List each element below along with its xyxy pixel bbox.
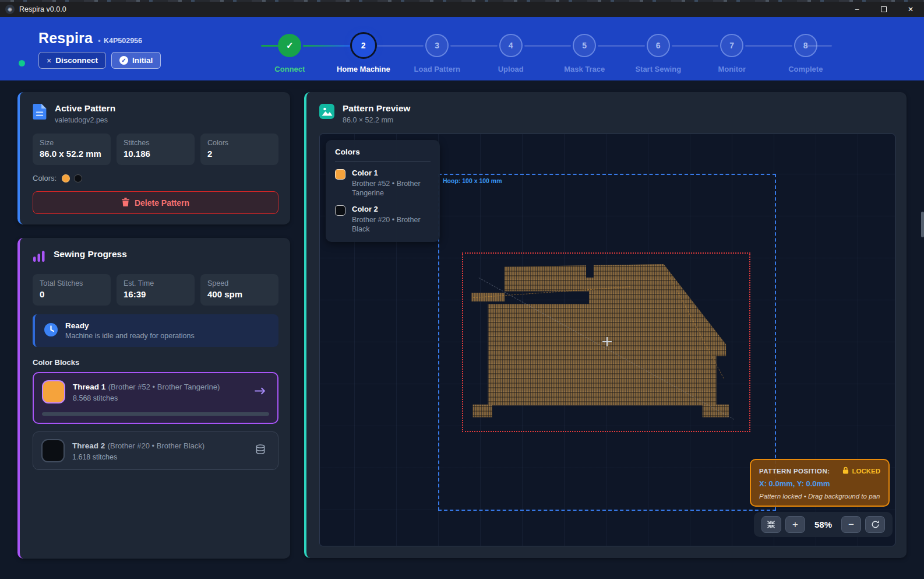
arrow-right-icon: [254, 387, 269, 398]
stepper-step-complete[interactable]: 8 Complete: [769, 34, 843, 73]
thread-progress-bar: [42, 412, 269, 416]
zoom-in-button[interactable]: +: [785, 516, 805, 533]
legend-color-swatch: [335, 205, 345, 216]
thread-stitch-count: 8.568 stitches: [73, 394, 246, 402]
stepper-step-load-pattern[interactable]: 3 Load Pattern: [400, 34, 474, 73]
position-title: PATTERN POSITION:: [759, 468, 830, 475]
stat-value: 16:39: [124, 289, 188, 299]
connection-status-dot: [19, 60, 25, 66]
step-circle: 3: [425, 34, 449, 57]
step-circle: 6: [647, 34, 670, 57]
color-dot: [62, 174, 70, 183]
app-name: Respira: [38, 30, 93, 47]
stepper-step-connect[interactable]: ✓ Connect: [253, 34, 327, 73]
step-circle: 7: [720, 34, 743, 57]
hoop-label: Hoop: 100 x 100 mm: [443, 177, 502, 184]
center-crosshair: [602, 337, 612, 346]
step-label: Complete: [788, 65, 823, 73]
legend-color-detail: Brother #20 • Brother Black: [352, 215, 431, 234]
pattern-position-overlay: PATTERN POSITION: LOCKED X: 0.0mm, Y: 0.…: [750, 459, 890, 507]
pattern-filename: valetudogv2.pes: [55, 116, 115, 124]
left-column: Active Pattern valetudogv2.pes Size 86.0…: [17, 92, 290, 559]
zoom-out-button[interactable]: −: [841, 516, 861, 533]
progress-stats: Total Stitches 0 Est. Time 16:39 Speed 4…: [33, 274, 278, 306]
step-label: Connect: [274, 65, 305, 73]
titlebar: ✺ Respira v0.0.0 – ✕: [0, 2, 924, 17]
colors-legend-panel: Colors Color 1 Brother #52 • Brother Tan…: [326, 140, 440, 242]
colors-legend-items: Color 1 Brother #52 • Brother Tangerine …: [335, 169, 431, 234]
lock-state-label: LOCKED: [852, 468, 880, 475]
workflow-stepper: ✓ Connect 2 Home Machine 3 Load Pattern …: [253, 34, 842, 73]
stat-box: Size 86.0 x 52.2 mm: [33, 134, 111, 165]
step-circle: 8: [794, 34, 817, 57]
step-label: Mask Trace: [564, 65, 605, 73]
stat-value: 2: [207, 149, 271, 159]
color-blocks-label: Color Blocks: [33, 358, 278, 367]
step-label: Monitor: [718, 65, 746, 73]
titlebar-title: Respira v0.0.0: [19, 5, 66, 13]
stat-label: Total Stitches: [40, 279, 104, 287]
compress-icon: [767, 520, 775, 529]
header-brand: Respira • K4P502956 × Disconnect ✓ Initi…: [38, 30, 161, 69]
step-circle: 5: [573, 34, 596, 57]
thread-stitch-count: 1.618 stitches: [72, 453, 247, 461]
legend-item: Color 2 Brother #20 • Brother Black: [335, 205, 431, 234]
stat-label: Stitches: [124, 139, 188, 147]
color-dot: [74, 174, 82, 183]
stat-label: Speed: [207, 279, 271, 287]
stepper-step-home-machine[interactable]: 2 Home Machine: [327, 34, 401, 73]
pattern-notch: [586, 265, 594, 278]
stat-box: Speed 400 spm: [200, 274, 278, 306]
app-window: ✺ Respira v0.0.0 – ✕ Respira • K4P502956…: [0, 0, 924, 579]
close-button[interactable]: ✕: [897, 2, 924, 17]
maximize-button[interactable]: [870, 2, 897, 17]
step-label: Start Sewing: [635, 65, 681, 73]
scrollbar-thumb[interactable]: [921, 212, 924, 237]
legend-item: Color 1 Brother #52 • Brother Tangerine: [335, 169, 431, 198]
step-circle: ✓: [278, 34, 301, 57]
stat-value: 86.0 x 52.2 mm: [40, 149, 104, 159]
stat-value: 400 spm: [207, 289, 271, 299]
x-icon: ×: [47, 56, 51, 65]
delete-pattern-button[interactable]: Delete Pattern: [33, 191, 278, 214]
main-content: Active Pattern valetudogv2.pes Size 86.0…: [0, 80, 924, 559]
step-circle: 2: [352, 34, 375, 57]
stat-label: Est. Time: [124, 279, 188, 287]
reset-view-button[interactable]: [865, 516, 885, 533]
right-column: Pattern Preview 86.0 × 52.2 mm Hoop: 100…: [304, 92, 907, 559]
legend-color-swatch: [335, 169, 345, 180]
stepper-step-mask-trace[interactable]: 5 Mask Trace: [548, 34, 622, 73]
window-controls: – ✕: [844, 2, 924, 17]
fit-view-button[interactable]: [761, 516, 781, 533]
active-pattern-card: Active Pattern valetudogv2.pes Size 86.0…: [17, 92, 290, 224]
thread-name: Thread 2: [72, 441, 105, 450]
colors-label: Colors:: [33, 174, 57, 183]
layers-icon: [255, 444, 270, 458]
initial-button[interactable]: ✓ Initial: [111, 52, 161, 69]
thread-list: Thread 1 (Brother #52 • Brother Tangerin…: [33, 372, 278, 470]
disconnect-button[interactable]: × Disconnect: [38, 52, 106, 69]
colors-legend-title: Colors: [335, 148, 431, 156]
preview-canvas[interactable]: Hoop: 100 x 100 mm Colors: [319, 134, 895, 546]
thread-row-thread-1[interactable]: Thread 1 (Brother #52 • Brother Tangerin…: [33, 372, 278, 424]
step-label: Home Machine: [337, 65, 390, 73]
sewing-progress-card: Sewing Progress Total Stitches 0 Est. Ti…: [17, 238, 290, 559]
zoom-toolbar: + 58% −: [754, 512, 893, 537]
thread-name: Thread 1: [73, 383, 105, 391]
minimize-button[interactable]: –: [844, 2, 870, 17]
legend-color-detail: Brother #52 • Brother Tangerine: [352, 179, 431, 198]
stepper-step-start-sewing[interactable]: 6 Start Sewing: [622, 34, 696, 73]
pattern-stats: Size 86.0 x 52.2 mm Stitches 10.186 Colo…: [33, 134, 278, 165]
lock-icon: [842, 466, 849, 475]
disconnect-label: Disconnect: [55, 56, 98, 65]
active-pattern-title: Active Pattern: [55, 103, 115, 114]
pattern-colors-row: Colors:: [33, 174, 278, 183]
stepper-step-upload[interactable]: 4 Upload: [474, 34, 548, 73]
app-logo-icon: ✺: [5, 5, 15, 14]
zoom-level: 58%: [814, 520, 832, 529]
stepper-step-monitor[interactable]: 7 Monitor: [695, 34, 769, 73]
pattern-preview-card: Pattern Preview 86.0 × 52.2 mm Hoop: 100…: [304, 92, 907, 558]
thread-row-thread-2[interactable]: Thread 2 (Brother #20 • Brother Black) 1…: [33, 431, 278, 470]
preview-dimensions: 86.0 × 52.2 mm: [343, 116, 410, 124]
check-circle-icon: ✓: [119, 56, 128, 65]
